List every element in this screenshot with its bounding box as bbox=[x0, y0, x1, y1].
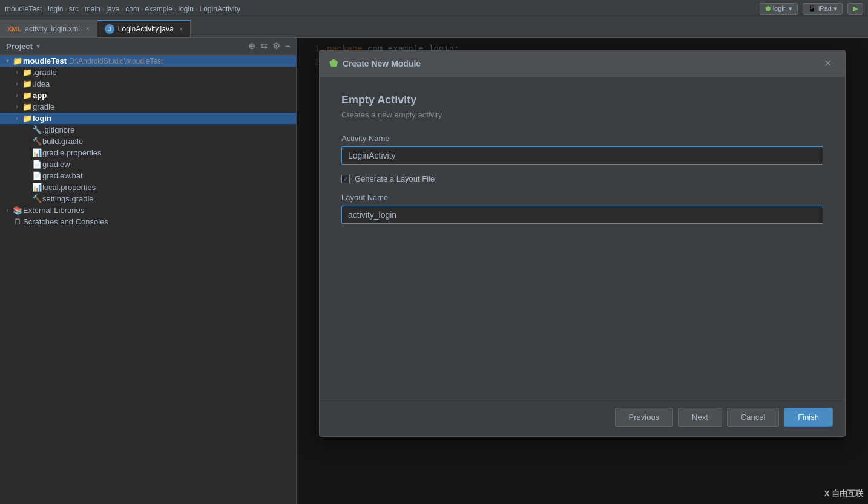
sidebar-label-buildgradle: build.gradle bbox=[42, 137, 83, 146]
sync-icon[interactable]: ⇆ bbox=[260, 41, 268, 51]
activity-name-group: Activity Name bbox=[341, 134, 823, 165]
sidebar-item-gradlewbat[interactable]: 📄 gradlew.bat bbox=[0, 170, 296, 182]
breadcrumb-sep-4: › bbox=[121, 5, 123, 13]
cancel-button[interactable]: Cancel bbox=[727, 408, 779, 427]
breadcrumb-login2[interactable]: login bbox=[179, 5, 194, 13]
expand-arrow-moudletest: ▾ bbox=[2, 57, 12, 64]
folder-icon-gradle2: 📁 bbox=[22, 102, 33, 111]
tab-activity-login-xml[interactable]: XML activity_login.xml × bbox=[0, 20, 97, 37]
previous-button[interactable]: Previous bbox=[615, 408, 674, 427]
sidebar-item-gitignore[interactable]: 🔧 .gitignore bbox=[0, 124, 296, 136]
dialog-title-row: ⬟ Create New Module bbox=[329, 57, 421, 69]
sidebar: Project ▾ ⊕ ⇆ ⚙ − ▾ 📁 moudleTest D:\Andr… bbox=[0, 38, 297, 504]
globe-icon[interactable]: ⊕ bbox=[248, 41, 255, 51]
folder-icon-app: 📁 bbox=[22, 91, 33, 100]
file-icon-localprop: 📊 bbox=[31, 183, 42, 192]
breadcrumb-example[interactable]: example bbox=[145, 5, 172, 13]
generate-layout-label: Generate a Layout File bbox=[355, 174, 435, 183]
tab-label-xml: activity_login.xml bbox=[25, 25, 80, 33]
folder-icon-idea: 📁 bbox=[22, 79, 33, 88]
folder-icon-login: 📁 bbox=[22, 114, 33, 123]
top-bar-right: ⬟ login ▾ 📱 iPad ▾ ▶ bbox=[760, 3, 863, 15]
breadcrumb-sep-1: › bbox=[65, 5, 67, 13]
sidebar-header: Project ▾ ⊕ ⇆ ⚙ − bbox=[0, 38, 296, 55]
android-icon: ⬟ bbox=[765, 5, 771, 13]
run-button[interactable]: ▶ bbox=[847, 3, 863, 15]
expand-arrow-gradle2: › bbox=[12, 103, 22, 110]
chevron-down-icon[interactable]: ▾ bbox=[36, 42, 40, 50]
sidebar-item-gradlew[interactable]: 📄 gradlew bbox=[0, 159, 296, 170]
sidebar-item-localprop[interactable]: 📊 local.properties bbox=[0, 182, 296, 193]
breadcrumb-com[interactable]: com bbox=[125, 5, 139, 13]
sidebar-item-gradleprop[interactable]: 📊 gradle.properties bbox=[0, 147, 296, 159]
activity-name-input[interactable] bbox=[341, 146, 823, 165]
sidebar-item-gradle[interactable]: › 📁 .gradle bbox=[0, 67, 296, 78]
minimize-icon[interactable]: − bbox=[285, 41, 290, 51]
breadcrumb-sep-6: › bbox=[174, 5, 177, 13]
tab-loginactivity-java[interactable]: J LoginActivity.java × bbox=[97, 20, 191, 37]
file-icon-settingsgradle: 🔨 bbox=[31, 194, 42, 203]
layout-name-group: Layout Name bbox=[341, 193, 823, 224]
sidebar-item-settingsgradle[interactable]: 🔨 settings.gradle bbox=[0, 193, 296, 205]
sidebar-label-gradlew: gradlew bbox=[42, 160, 70, 169]
folder-icon-scratches: 🗒 bbox=[12, 217, 23, 226]
sidebar-label-idea: .idea bbox=[33, 79, 50, 88]
section-subtitle: Creates a new empty activity bbox=[341, 110, 823, 119]
watermark: X 自由互联 bbox=[824, 488, 863, 499]
breadcrumb-sep-2: › bbox=[81, 5, 83, 13]
project-label: Project bbox=[6, 42, 33, 51]
expand-arrow-gradle: › bbox=[12, 69, 22, 76]
run-config-button[interactable]: ⬟ login ▾ bbox=[760, 3, 798, 15]
dialog-close-button[interactable]: ✕ bbox=[820, 56, 835, 70]
run-label: ▶ bbox=[853, 5, 858, 13]
editor-area[interactable]: 1 package com.example.login; 2 ⬟ Create … bbox=[297, 38, 868, 504]
sidebar-label-gradleprop: gradle.properties bbox=[42, 148, 102, 157]
dialog-header: ⬟ Create New Module ✕ bbox=[320, 50, 845, 77]
breadcrumb-login[interactable]: login bbox=[48, 5, 63, 13]
sidebar-label-scratches: Scratches and Consoles bbox=[23, 217, 108, 226]
file-icon-gradlewbat: 📄 bbox=[31, 171, 42, 180]
breadcrumb-main[interactable]: main bbox=[85, 5, 100, 13]
android-logo-icon: ⬟ bbox=[329, 57, 338, 69]
sidebar-label-login: login bbox=[33, 114, 51, 123]
sidebar-item-login[interactable]: › 📁 login bbox=[0, 113, 296, 124]
sidebar-item-moudletest[interactable]: ▾ 📁 moudleTest D:\AndroidStudio\moudleTe… bbox=[0, 55, 296, 67]
sidebar-path-moudletest: D:\AndroidStudio\moudleTest bbox=[69, 57, 163, 65]
breadcrumb-sep-0: › bbox=[44, 5, 46, 13]
next-button[interactable]: Next bbox=[678, 408, 722, 427]
sidebar-item-gradle2[interactable]: › 📁 gradle bbox=[0, 101, 296, 113]
sidebar-label-gradle2: gradle bbox=[33, 102, 54, 111]
activity-name-label: Activity Name bbox=[341, 134, 823, 143]
expand-arrow-app: › bbox=[12, 92, 22, 99]
file-icon-gradleprop: 📊 bbox=[31, 148, 42, 157]
sidebar-label-gradle: .gradle bbox=[33, 68, 57, 77]
device-button[interactable]: 📱 iPad ▾ bbox=[803, 3, 843, 15]
breadcrumb-sep-3: › bbox=[102, 5, 105, 13]
file-icon-buildgradle: 🔨 bbox=[31, 137, 42, 146]
sidebar-item-scratches[interactable]: 🗒 Scratches and Consoles bbox=[0, 216, 296, 227]
breadcrumb-java[interactable]: java bbox=[106, 5, 119, 13]
run-config-label: login ▾ bbox=[773, 5, 792, 13]
dialog-body: Empty Activity Creates a new empty activ… bbox=[320, 77, 845, 398]
sidebar-label-localprop: local.properties bbox=[42, 183, 96, 192]
tab-close-xml[interactable]: × bbox=[86, 25, 90, 32]
sidebar-item-extlibs[interactable]: › 📚 External Libraries bbox=[0, 205, 296, 216]
breadcrumb-moudletest[interactable]: moudleTest bbox=[5, 5, 42, 13]
generate-layout-checkbox[interactable]: ✓ bbox=[341, 175, 350, 183]
layout-name-input[interactable] bbox=[341, 206, 823, 224]
dialog-footer: Previous Next Cancel Finish bbox=[320, 398, 845, 436]
finish-button[interactable]: Finish bbox=[784, 408, 833, 427]
sidebar-item-idea[interactable]: › 📁 .idea bbox=[0, 78, 296, 90]
breadcrumb-loginactivity[interactable]: LoginActivity bbox=[200, 5, 240, 13]
file-icon-gitignore: 🔧 bbox=[31, 125, 42, 134]
tab-close-java[interactable]: × bbox=[180, 26, 183, 33]
tab-bar: XML activity_login.xml × J LoginActivity… bbox=[0, 18, 868, 38]
sidebar-item-app[interactable]: › 📁 app bbox=[0, 90, 296, 101]
breadcrumb-src[interactable]: src bbox=[69, 5, 79, 13]
settings-icon[interactable]: ⚙ bbox=[272, 41, 280, 51]
layout-name-label: Layout Name bbox=[341, 193, 823, 202]
tab-label-java: LoginActivity.java bbox=[118, 25, 174, 33]
sidebar-label-gitignore: .gitignore bbox=[42, 125, 74, 134]
sidebar-title-row: Project ▾ bbox=[6, 42, 40, 51]
sidebar-item-buildgradle[interactable]: 🔨 build.gradle bbox=[0, 136, 296, 147]
